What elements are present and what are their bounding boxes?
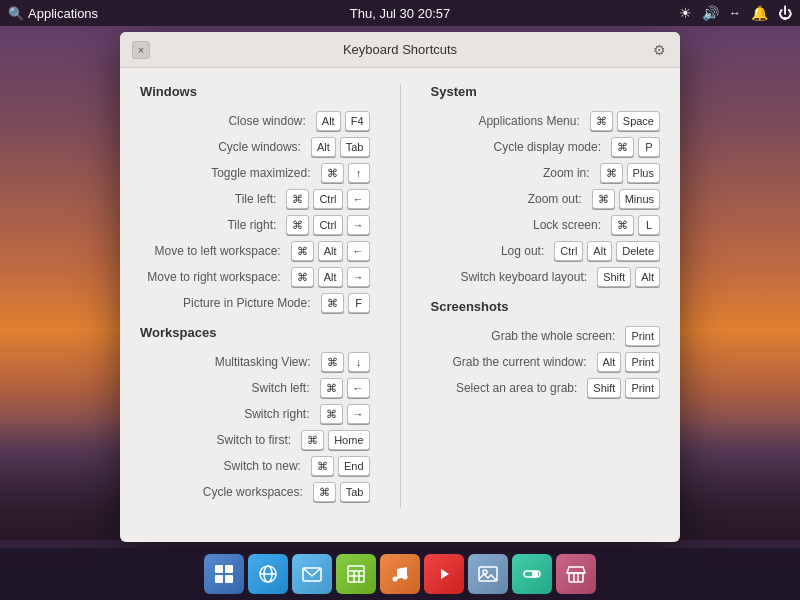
keyboard-shortcuts-dialog: × Keyboard Shortcuts ⚙ Windows Close win… xyxy=(120,32,680,542)
shortcut-label: Switch left: xyxy=(140,381,310,395)
svg-rect-3 xyxy=(225,575,233,583)
shortcut-ws-first: Switch to first: ⌘ Home xyxy=(140,430,370,450)
shortcut-ws-new: Switch to new: ⌘ End xyxy=(140,456,370,476)
shortcut-grab-screen: Grab the whole screen: Print xyxy=(431,326,661,346)
key-ctrl: Ctrl xyxy=(313,189,342,209)
shortcut-move-right-ws: Move to right workspace: ⌘ Alt → xyxy=(140,267,370,287)
key-tab: Tab xyxy=(340,482,370,502)
shortcut-lock: Lock screen: ⌘ L xyxy=(431,215,661,235)
svg-point-19 xyxy=(533,572,538,577)
store-icon[interactable] xyxy=(556,554,596,594)
dialog-body: Windows Close window: Alt F4 Cycle windo… xyxy=(120,68,680,524)
shortcut-multitask: Multitasking View: ⌘ ↓ xyxy=(140,352,370,372)
shortcut-toggle-max: Toggle maximized: ⌘ ↑ xyxy=(140,163,370,183)
shortcut-label: Close window: xyxy=(140,114,306,128)
shortcut-label: Zoom in: xyxy=(431,166,590,180)
shortcut-label: Switch to first: xyxy=(140,433,291,447)
workspaces-section-title: Workspaces xyxy=(140,325,370,340)
key-super: ⌘ xyxy=(321,352,344,372)
music-icon[interactable] xyxy=(380,554,420,594)
spreadsheet-icon[interactable] xyxy=(336,554,376,594)
browser-icon[interactable] xyxy=(248,554,288,594)
shortcut-ws-left: Switch left: ⌘ ← xyxy=(140,378,370,398)
topbar: 🔍 Applications Thu, Jul 30 20:57 ☀ 🔊 ↔ 🔔… xyxy=(0,0,800,26)
screenshots-section-title: Screenshots xyxy=(431,299,661,314)
key-end: End xyxy=(338,456,370,476)
key-minus: Minus xyxy=(619,189,660,209)
network-icon[interactable]: ↔ xyxy=(729,6,741,20)
shortcut-logout: Log out: Ctrl Alt Delete xyxy=(431,241,661,261)
key-print: Print xyxy=(625,352,660,372)
shortcut-label: Grab the current window: xyxy=(431,355,587,369)
shortcut-label: Toggle maximized: xyxy=(140,166,311,180)
settings-icon[interactable] xyxy=(512,554,552,594)
shortcut-zoom-in: Zoom in: ⌘ Plus xyxy=(431,163,661,183)
key-l: L xyxy=(638,215,660,235)
svg-rect-2 xyxy=(215,575,223,583)
shortcut-label: Log out: xyxy=(431,244,545,258)
key-super: ⌘ xyxy=(592,189,615,209)
shortcut-label: Cycle windows: xyxy=(140,140,301,154)
shortcut-display-mode: Cycle display mode: ⌘ P xyxy=(431,137,661,157)
shortcut-grab-area: Select an area to grab: Shift Print xyxy=(431,378,661,398)
shortcut-move-left-ws: Move to left workspace: ⌘ Alt ← xyxy=(140,241,370,261)
key-super: ⌘ xyxy=(291,267,314,287)
close-button[interactable]: × xyxy=(132,41,150,59)
shortcut-label: Cycle workspaces: xyxy=(140,485,303,499)
svg-point-14 xyxy=(403,575,408,580)
shortcut-label: Switch to new: xyxy=(140,459,301,473)
system-section-title: System xyxy=(431,84,661,99)
mail-icon[interactable] xyxy=(292,554,332,594)
shortcut-label: Zoom out: xyxy=(431,192,582,206)
gear-icon[interactable]: ⚙ xyxy=(650,41,668,59)
svg-rect-8 xyxy=(348,566,364,582)
shortcut-label: Lock screen: xyxy=(431,218,602,232)
key-right: → xyxy=(347,267,370,287)
taskbar xyxy=(0,548,800,600)
column-divider xyxy=(400,84,401,508)
shortcut-label: Tile left: xyxy=(140,192,276,206)
video-icon[interactable] xyxy=(424,554,464,594)
svg-marker-15 xyxy=(441,569,449,579)
shortcut-tile-right: Tile right: ⌘ Ctrl → xyxy=(140,215,370,235)
notifications-icon[interactable]: 🔔 xyxy=(751,5,768,21)
shortcut-label: Switch keyboard layout: xyxy=(431,270,588,284)
shortcut-label: Grab the whole screen: xyxy=(431,329,616,343)
key-alt: Alt xyxy=(597,352,622,372)
key-super: ⌘ xyxy=(320,378,343,398)
key-super: ⌘ xyxy=(286,215,309,235)
svg-rect-20 xyxy=(569,573,583,582)
key-super: ⌘ xyxy=(321,293,344,313)
shortcut-label: Multitasking View: xyxy=(140,355,311,369)
key-super: ⌘ xyxy=(286,189,309,209)
key-left: ← xyxy=(347,189,370,209)
applications-label[interactable]: Applications xyxy=(28,6,98,21)
key-print: Print xyxy=(625,326,660,346)
svg-rect-1 xyxy=(225,565,233,573)
key-alt: Alt xyxy=(318,241,343,261)
shortcut-zoom-out: Zoom out: ⌘ Minus xyxy=(431,189,661,209)
shortcut-ws-right: Switch right: ⌘ → xyxy=(140,404,370,424)
key-print: Print xyxy=(625,378,660,398)
key-right: → xyxy=(347,404,370,424)
shortcut-label: Cycle display mode: xyxy=(431,140,602,154)
shortcut-close-window: Close window: Alt F4 xyxy=(140,111,370,131)
key-shift: Shift xyxy=(597,267,631,287)
key-f: F xyxy=(348,293,370,313)
files-icon[interactable] xyxy=(204,554,244,594)
photos-icon[interactable] xyxy=(468,554,508,594)
shortcut-label: Move to left workspace: xyxy=(140,244,281,258)
key-home: Home xyxy=(328,430,369,450)
volume-icon[interactable]: 🔊 xyxy=(702,5,719,21)
shortcut-grab-window: Grab the current window: Alt Print xyxy=(431,352,661,372)
key-alt: Alt xyxy=(635,267,660,287)
key-alt: Alt xyxy=(318,267,343,287)
dialog-titlebar: × Keyboard Shortcuts ⚙ xyxy=(120,32,680,68)
dialog-title: Keyboard Shortcuts xyxy=(150,42,650,57)
shortcut-app-menu: Applications Menu: ⌘ Space xyxy=(431,111,661,131)
key-p: P xyxy=(638,137,660,157)
brightness-icon[interactable]: ☀ xyxy=(679,5,692,21)
key-up: ↑ xyxy=(348,163,370,183)
power-icon[interactable]: ⏻ xyxy=(778,5,792,21)
key-super: ⌘ xyxy=(590,111,613,131)
